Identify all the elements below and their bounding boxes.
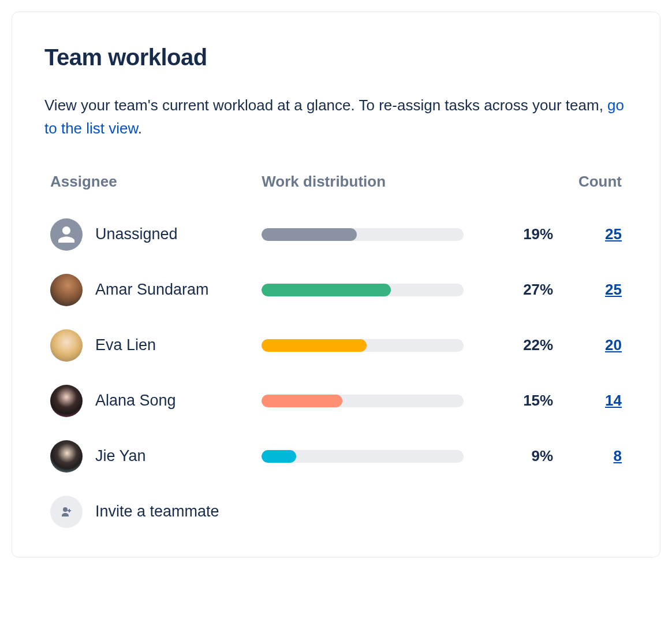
avatar (50, 440, 83, 473)
distribution-bar (262, 450, 464, 463)
table-row: Eva Lien22%20 (44, 318, 628, 373)
table-row: Unassigned19%25 (44, 207, 628, 262)
col-header-count: Count (553, 173, 622, 191)
distribution-bar-fill (262, 284, 391, 296)
distribution-bar (262, 395, 464, 407)
assignee-name: Alana Song (95, 392, 176, 410)
count-link[interactable]: 8 (614, 447, 622, 464)
col-header-assignee: Assignee (50, 173, 262, 191)
distribution-percent: 15% (484, 392, 553, 410)
distribution-percent: 19% (484, 225, 553, 243)
table-header-row: Assignee Work distribution Count (44, 173, 628, 207)
avatar (50, 385, 83, 417)
distribution-bar (262, 228, 464, 241)
avatar (50, 274, 83, 306)
distribution-bar (262, 339, 464, 352)
count-link[interactable]: 25 (605, 281, 622, 298)
invite-teammate-label: Invite a teammate (95, 503, 219, 521)
assignee-name: Amar Sundaram (95, 281, 209, 299)
assignee-name: Unassigned (95, 225, 178, 243)
workload-table: Assignee Work distribution Count Unassig… (44, 173, 628, 534)
description: View your team's current workload at a g… (44, 94, 628, 140)
distribution-percent: 9% (484, 447, 553, 465)
table-row: Alana Song15%14 (44, 373, 628, 429)
distribution-bar-fill (262, 339, 367, 352)
distribution-bar-fill (262, 228, 357, 241)
assignee-name: Eva Lien (95, 336, 156, 354)
distribution-percent: 27% (484, 281, 553, 299)
distribution-bar-fill (262, 395, 342, 407)
description-post: . (138, 120, 142, 137)
team-workload-card: Team workload View your team's current w… (12, 12, 660, 557)
count-link[interactable]: 25 (605, 225, 622, 243)
assignee-name: Jie Yan (95, 447, 146, 465)
invite-teammate-row[interactable]: Invite a teammate (44, 484, 628, 534)
unassigned-avatar-icon (50, 218, 83, 251)
distribution-bar-fill (262, 450, 296, 463)
distribution-bar (262, 284, 464, 296)
page-title: Team workload (44, 44, 628, 70)
count-link[interactable]: 14 (605, 392, 622, 409)
col-header-distribution: Work distribution (262, 173, 484, 191)
table-row: Amar Sundaram27%25 (44, 262, 628, 318)
avatar (50, 329, 83, 362)
count-link[interactable]: 20 (605, 336, 622, 354)
distribution-percent: 22% (484, 336, 553, 354)
table-row: Jie Yan9%8 (44, 429, 628, 484)
invite-teammate-icon (50, 496, 83, 528)
description-pre: View your team's current workload at a g… (44, 96, 607, 114)
